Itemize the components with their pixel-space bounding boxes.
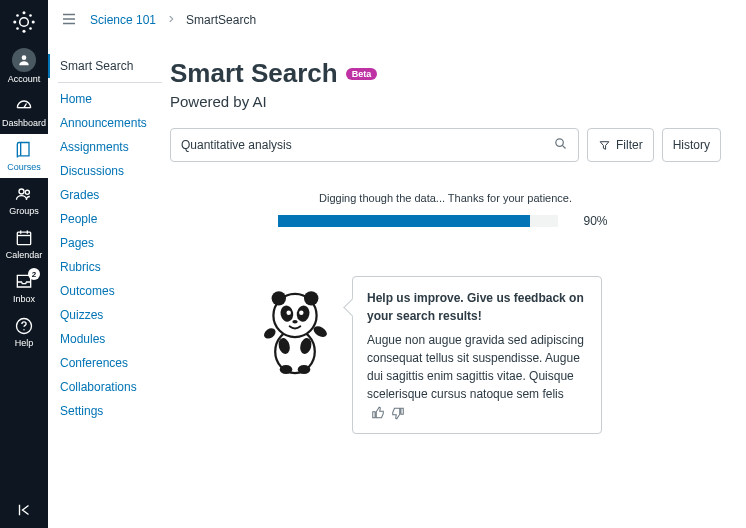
course-nav-assignments[interactable]: Assignments xyxy=(48,135,170,159)
svg-point-0 xyxy=(20,18,29,27)
inbox-badge: 2 xyxy=(28,268,40,280)
course-nav-rubrics[interactable]: Rubrics xyxy=(48,255,170,279)
progress-fill xyxy=(278,215,530,227)
courses-icon xyxy=(14,140,34,160)
search-icon[interactable] xyxy=(553,136,568,154)
svg-point-8 xyxy=(29,27,32,30)
hamburger-icon xyxy=(60,10,78,28)
feedback-bubble: Help us improve. Give us feedback on you… xyxy=(352,276,602,434)
nav-inbox-label: Inbox xyxy=(13,294,35,304)
nav-account[interactable]: Account xyxy=(0,42,48,90)
nav-calendar-label: Calendar xyxy=(6,250,43,260)
beta-badge: Beta xyxy=(346,68,378,80)
loading-section: Digging though the data... Thanks for yo… xyxy=(170,192,721,228)
breadcrumb-current: SmartSearch xyxy=(186,13,256,27)
course-nav-home[interactable]: Home xyxy=(48,87,170,111)
nav-help[interactable]: Help xyxy=(0,310,48,354)
svg-point-35 xyxy=(272,291,286,305)
feedback-body: Augue non augue gravida sed adipiscing c… xyxy=(367,333,584,401)
svg-point-40 xyxy=(299,311,304,316)
help-icon xyxy=(14,316,34,336)
page-title: Smart Search xyxy=(170,58,338,89)
thumbs-up-icon[interactable] xyxy=(371,406,385,420)
svg-marker-26 xyxy=(600,141,609,149)
course-nav: Smart Search Home Announcements Assignme… xyxy=(48,40,170,528)
groups-icon xyxy=(14,184,34,204)
feedback-area: Help us improve. Give us feedback on you… xyxy=(170,276,721,434)
nav-inbox[interactable]: 2 Inbox xyxy=(0,266,48,310)
svg-point-13 xyxy=(25,190,29,194)
svg-point-19 xyxy=(23,329,24,330)
brand-logo[interactable] xyxy=(8,6,40,38)
breadcrumb-course-link[interactable]: Science 101 xyxy=(90,13,156,27)
course-nav-conferences[interactable]: Conferences xyxy=(48,351,170,375)
svg-line-25 xyxy=(562,145,565,148)
svg-point-12 xyxy=(19,189,24,194)
svg-point-36 xyxy=(304,291,318,305)
nav-dashboard-label: Dashboard xyxy=(2,118,46,128)
course-nav-grades[interactable]: Grades xyxy=(48,183,170,207)
course-nav-outcomes[interactable]: Outcomes xyxy=(48,279,170,303)
svg-point-2 xyxy=(22,30,25,33)
nav-groups[interactable]: Groups xyxy=(0,178,48,222)
feedback-title: Help us improve. Give us feedback on you… xyxy=(367,289,587,325)
course-nav-modules[interactable]: Modules xyxy=(48,327,170,351)
progress-bar xyxy=(278,215,558,227)
filter-icon xyxy=(598,139,611,152)
nav-help-label: Help xyxy=(15,338,34,348)
hamburger-button[interactable] xyxy=(60,10,78,31)
thumbs-down-icon[interactable] xyxy=(391,406,405,420)
loading-text: Digging though the data... Thanks for yo… xyxy=(170,192,721,204)
chevron-right-icon xyxy=(166,13,176,27)
svg-point-30 xyxy=(262,326,277,341)
dashboard-icon xyxy=(14,96,34,116)
svg-point-6 xyxy=(29,14,32,17)
collapse-icon xyxy=(15,501,33,519)
svg-point-5 xyxy=(16,14,19,17)
search-field-wrapper[interactable] xyxy=(170,128,579,162)
calendar-icon xyxy=(14,228,34,248)
course-nav-smart-search[interactable]: Smart Search xyxy=(48,54,170,78)
progress-percent: 90% xyxy=(584,214,614,228)
svg-point-32 xyxy=(280,365,293,374)
breadcrumb: Science 101 SmartSearch xyxy=(90,13,256,27)
svg-point-39 xyxy=(286,311,291,316)
history-button-label: History xyxy=(673,138,710,152)
svg-point-7 xyxy=(16,27,19,30)
svg-point-3 xyxy=(13,20,16,23)
course-nav-people[interactable]: People xyxy=(48,207,170,231)
feedback-body-row: Augue non augue gravida sed adipiscing c… xyxy=(367,331,587,421)
svg-point-4 xyxy=(32,20,35,23)
page-subtitle: Powered by AI xyxy=(170,93,721,110)
nav-courses[interactable]: Courses xyxy=(0,134,48,178)
svg-point-24 xyxy=(556,139,564,147)
nav-calendar[interactable]: Calendar xyxy=(0,222,48,266)
topbar: Science 101 SmartSearch xyxy=(48,0,745,40)
svg-point-33 xyxy=(298,365,311,374)
collapse-nav-button[interactable] xyxy=(0,492,48,528)
filter-button-label: Filter xyxy=(616,138,643,152)
course-nav-collaborations[interactable]: Collaborations xyxy=(48,375,170,399)
course-nav-quizzes[interactable]: Quizzes xyxy=(48,303,170,327)
filter-button[interactable]: Filter xyxy=(587,128,654,162)
nav-groups-label: Groups xyxy=(9,206,39,216)
course-nav-announcements[interactable]: Announcements xyxy=(48,111,170,135)
nav-account-label: Account xyxy=(8,74,41,84)
search-input[interactable] xyxy=(181,138,553,152)
svg-point-9 xyxy=(22,55,27,60)
course-nav-divider xyxy=(58,82,162,83)
content-area: Smart Search Beta Powered by AI Filter H… xyxy=(170,40,745,528)
course-nav-discussions[interactable]: Discussions xyxy=(48,159,170,183)
nav-courses-label: Courses xyxy=(7,162,41,172)
course-nav-pages[interactable]: Pages xyxy=(48,231,170,255)
history-button[interactable]: History xyxy=(662,128,721,162)
svg-point-1 xyxy=(22,11,25,14)
course-nav-settings[interactable]: Settings xyxy=(48,399,170,423)
global-nav: Account Dashboard Courses Groups Calenda… xyxy=(0,0,48,528)
avatar-icon xyxy=(12,48,36,72)
svg-point-41 xyxy=(292,320,297,324)
svg-rect-14 xyxy=(17,232,30,245)
panda-illustration xyxy=(250,276,340,376)
nav-dashboard[interactable]: Dashboard xyxy=(0,90,48,134)
